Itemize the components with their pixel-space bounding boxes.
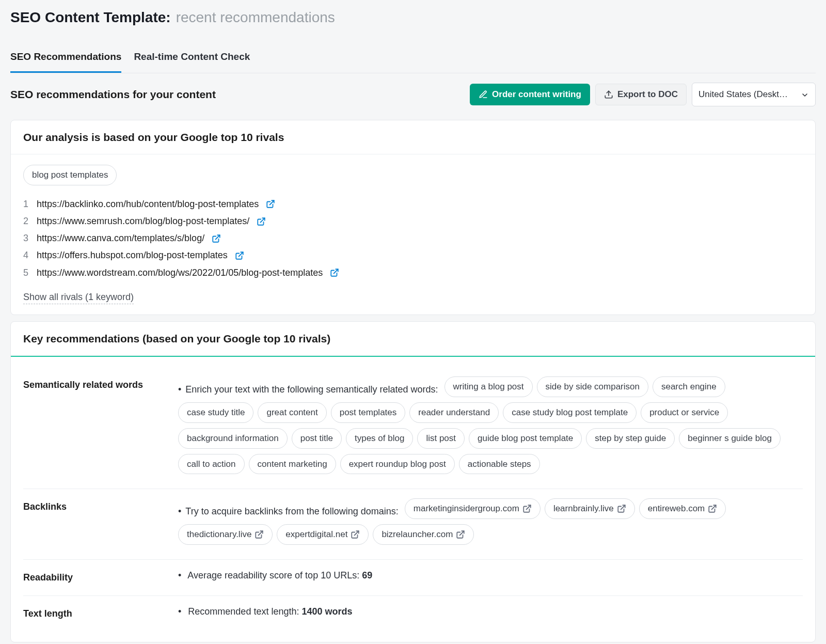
- rival-number: 4: [23, 249, 29, 262]
- textlength-value: 1400 words: [301, 606, 352, 617]
- semantic-chip[interactable]: actionable steps: [459, 454, 540, 475]
- rec-row-textlength: Text length Recommended text length: 140…: [23, 595, 803, 632]
- semantic-chip[interactable]: content marketing: [249, 454, 336, 475]
- external-link-icon: [617, 504, 626, 513]
- svg-line-3: [216, 235, 220, 239]
- external-link-icon[interactable]: [235, 251, 244, 260]
- backlinks-lead: Try to acquire backlinks from the follow…: [178, 505, 399, 518]
- page-title-row: SEO Content Template: recent recommendat…: [10, 4, 816, 33]
- country-select-value: United States (Deskt…: [698, 88, 788, 101]
- chevron-down-icon: [801, 90, 809, 99]
- rival-url[interactable]: https://offers.hubspot.com/blog-post-tem…: [37, 249, 228, 262]
- semantic-chip[interactable]: side by side comparison: [537, 376, 648, 397]
- backlink-chip-label: bizrelauncher.com: [382, 528, 453, 541]
- export-doc-button[interactable]: Export to DOC: [595, 84, 687, 105]
- rival-url[interactable]: https://www.wordstream.com/blog/ws/2022/…: [37, 266, 323, 279]
- tabs: SEO Recommendations Real-time Content Ch…: [10, 44, 816, 73]
- external-link-icon: [708, 504, 717, 513]
- rival-number: 2: [23, 215, 29, 228]
- order-content-label: Order content writing: [492, 89, 581, 100]
- tab-realtime-content-check[interactable]: Real-time Content Check: [134, 44, 250, 73]
- tab-seo-recommendations[interactable]: SEO Recommendations: [10, 44, 121, 73]
- semantic-chip[interactable]: case study blog post template: [503, 402, 637, 423]
- semantic-chip[interactable]: list post: [417, 428, 465, 449]
- rival-item: 3https://www.canva.com/templates/s/blog/: [23, 230, 803, 247]
- rec-label-textlength: Text length: [23, 596, 178, 632]
- backlink-chip-label: entireweb.com: [648, 502, 705, 515]
- backlink-chip[interactable]: learnbrainly.live: [545, 498, 635, 519]
- section-title: SEO recommendations for your content: [10, 87, 216, 102]
- backlink-chip[interactable]: expertdigital.net: [277, 524, 369, 545]
- semantic-chip[interactable]: step by step guide: [586, 428, 675, 449]
- key-recommendations-card: Key recommendations (based on your Googl…: [10, 321, 816, 643]
- upload-icon: [604, 90, 613, 99]
- edit-icon: [479, 90, 488, 99]
- rec-row-semantics: Semantically related words Enrich your t…: [23, 367, 803, 489]
- rec-row-readability: Readability Average readability score of…: [23, 559, 803, 595]
- semantic-chip[interactable]: expert roundup blog post: [340, 454, 455, 475]
- semantic-chip[interactable]: writing a blog post: [444, 376, 533, 397]
- page-title: SEO Content Template:: [10, 7, 171, 27]
- external-link-icon[interactable]: [330, 268, 339, 277]
- backlink-chip[interactable]: thedictionary.live: [178, 524, 273, 545]
- rival-url[interactable]: https://www.canva.com/templates/s/blog/: [37, 232, 204, 245]
- rival-url[interactable]: https://backlinko.com/hub/content/blog-p…: [37, 198, 259, 211]
- order-content-button[interactable]: Order content writing: [470, 84, 590, 105]
- rec-label-readability: Readability: [23, 560, 178, 595]
- backlink-chip[interactable]: bizrelauncher.com: [373, 524, 474, 545]
- semantic-chip[interactable]: product or service: [641, 402, 728, 423]
- rival-item: 1https://backlinko.com/hub/content/blog-…: [23, 196, 803, 213]
- semantic-chip[interactable]: post templates: [331, 402, 406, 423]
- backlink-chip-label: marketinginsidergroup.com: [414, 502, 519, 515]
- semantic-chip[interactable]: types of blog: [346, 428, 413, 449]
- textlength-text: Recommended text length:: [188, 606, 301, 617]
- semantic-chip[interactable]: post title: [292, 428, 342, 449]
- semantic-chip[interactable]: background information: [178, 428, 288, 449]
- rival-item: 4https://offers.hubspot.com/blog-post-te…: [23, 247, 803, 264]
- export-doc-label: Export to DOC: [617, 89, 678, 100]
- backlink-chip-label: thedictionary.live: [187, 528, 251, 541]
- rec-label-backlinks: Backlinks: [23, 489, 178, 559]
- rival-number: 3: [23, 232, 29, 245]
- external-link-icon: [456, 530, 465, 539]
- semantic-chip[interactable]: search engine: [653, 376, 725, 397]
- backlink-chip[interactable]: entireweb.com: [639, 498, 726, 519]
- semantic-chip[interactable]: case study title: [178, 402, 253, 423]
- svg-line-1: [270, 201, 274, 205]
- rival-list: 1https://backlinko.com/hub/content/blog-…: [23, 191, 803, 281]
- toolbar: SEO recommendations for your content Ord…: [10, 73, 816, 114]
- readability-text: Average readability score of top 10 URLs…: [187, 570, 362, 580]
- svg-line-7: [621, 506, 625, 510]
- semantic-chip[interactable]: beginner s guide blog: [679, 428, 781, 449]
- rival-number: 1: [23, 198, 29, 211]
- external-link-icon: [351, 530, 360, 539]
- svg-line-10: [355, 531, 359, 535]
- svg-line-9: [259, 531, 263, 535]
- svg-line-11: [460, 531, 464, 535]
- rival-item: 5https://www.wordstream.com/blog/ws/2022…: [23, 264, 803, 281]
- semantic-chip[interactable]: call to action: [178, 454, 245, 475]
- rec-row-backlinks: Backlinks Try to acquire backlinks from …: [23, 489, 803, 559]
- svg-line-6: [526, 506, 530, 510]
- svg-line-5: [334, 269, 338, 273]
- backlink-chip-label: learnbrainly.live: [553, 502, 614, 515]
- key-recommendations-header: Key recommendations (based on your Googl…: [11, 322, 815, 356]
- external-link-icon[interactable]: [257, 217, 266, 226]
- backlinks-chips: Try to acquire backlinks from the follow…: [178, 498, 803, 550]
- backlink-chip[interactable]: marketinginsidergroup.com: [405, 498, 541, 519]
- page-subtitle: recent recommendations: [176, 7, 335, 27]
- show-all-rivals[interactable]: Show all rivals (1 keyword): [23, 291, 134, 304]
- semantic-chip[interactable]: reader understand: [409, 402, 499, 423]
- rival-url[interactable]: https://www.semrush.com/blog/blog-post-t…: [37, 215, 249, 228]
- external-link-icon[interactable]: [212, 234, 221, 243]
- semantic-chip[interactable]: great content: [258, 402, 326, 423]
- keyword-chip[interactable]: blog post templates: [23, 165, 117, 185]
- rivals-card-header: Our analysis is based on your Google top…: [11, 120, 815, 154]
- svg-line-4: [239, 252, 243, 256]
- svg-line-2: [261, 218, 265, 222]
- external-link-icon: [522, 504, 532, 513]
- country-select[interactable]: United States (Deskt…: [692, 83, 816, 106]
- external-link-icon[interactable]: [266, 199, 275, 209]
- semantic-chip[interactable]: guide blog post template: [469, 428, 582, 449]
- svg-line-8: [712, 506, 716, 510]
